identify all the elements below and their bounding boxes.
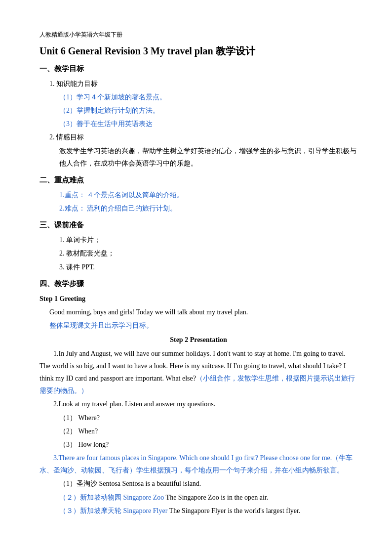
step2-p3-start: 3.There are four famous places in Singap… [53,454,332,462]
s1-item1-1: （1）学习４个新加坡的著名景点。 [59,91,357,103]
step2-p3: 3.There are four famous places in Singap… [39,452,357,476]
section1-title: 一、教学目标 [39,62,357,76]
step2-a2-prefix: （２）新加坡动物园 Singapore Zoo [59,494,166,501]
s1-item2-body: 激发学生学习英语的兴趣，帮助学生树立学好英语的信心，增强学生的参与意识，引导学生… [59,145,357,170]
step2-q3: （3） How long? [59,438,357,451]
s1-item1-2: （2）掌握制定旅行计划的方法。 [59,104,357,117]
step2-a3-prefix: （３）新加坡摩天轮 Singapore Flyer [59,507,169,514]
subtitle: 人教精通版小学英语六年级下册 [39,30,357,41]
step2-a1: （1）圣淘沙 Sentosa Sentosa is a beautiful is… [59,477,357,490]
step2-q1: （1） Where? [59,412,357,424]
main-title: Unit 6 General Revision 3 My travel plan… [39,43,357,58]
s1-item2: 2. 情感目标 [49,131,357,143]
section2-title: 二、重点难点 [39,173,357,187]
s1-item1: 1. 知识能力目标 [49,78,357,90]
step2-a2: （２）新加坡动物园 Singapore Zoo The Singapore Zo… [59,491,357,504]
step2-p1: 1.In July and August, we will have our s… [39,347,357,397]
s3-item2: 2. 教材配套光盘； [59,247,357,259]
section3-title: 三、课前准备 [39,218,357,232]
s2-item2: 2.难点： 流利的介绍自己的旅行计划。 [59,202,357,214]
s3-item1: 1. 单词卡片； [59,234,357,246]
section4-title: 四、教学步骤 [39,277,357,291]
step2-a2-suffix: The Singapore Zoo is in the open air. [166,494,269,501]
s2-item1: 1.重点： ４个景点名词以及简单的介绍。 [59,189,357,201]
step1-title: Step 1 Greeting [39,293,357,305]
step2-q2: （2） When? [59,425,357,437]
s1-item1-3: （3）善于在生活中用英语表达 [59,118,357,130]
step1-body: Good morning, boys and girls! Today we w… [49,306,357,318]
step1-chinese: 整体呈现课文并且出示学习目标。 [49,319,357,332]
step2-a3-suffix: The Singapore Flyer is the world's large… [169,507,301,514]
step2-title: Step 2 Presentation [39,334,357,346]
step2-p2: 2.Look at my travel plan. Listen and ans… [39,398,357,410]
step2-a3: （３）新加坡摩天轮 Singapore Flyer The Singapore … [59,505,357,517]
s3-item3: 3. 课件 PPT. [59,261,357,273]
